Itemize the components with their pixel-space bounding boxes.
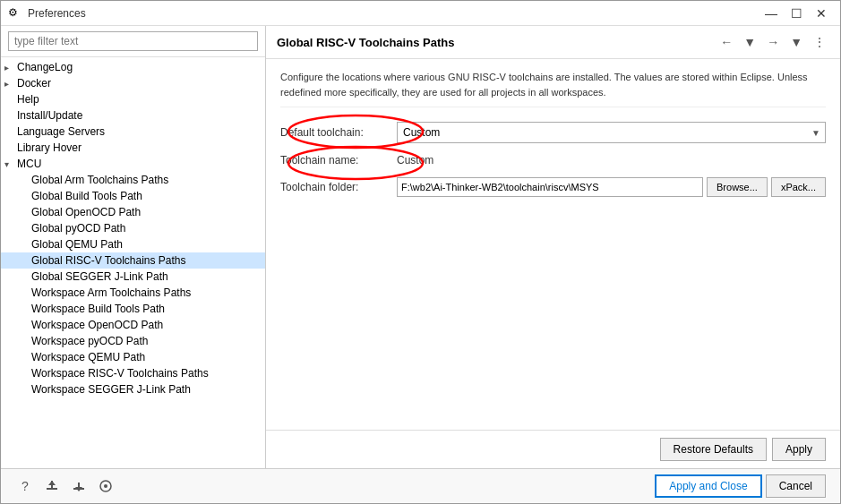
default-toolchain-select[interactable]: Custom Default xPack [397,122,826,143]
tree-item-label: Workspace Arm Toolchains Paths [31,286,262,299]
tree-item-global-arm[interactable]: Global Arm Toolchains Paths [1,172,265,188]
title-bar: ⚙ Preferences — ☐ ✕ [1,1,840,26]
close-button[interactable]: ✕ [810,4,833,22]
bottom-bar: ? [1,468,840,503]
tree-item-label: Workspace OpenOCD Path [31,319,262,331]
maximize-button[interactable]: ☐ [785,4,808,22]
tree-item-label: Install/Update [17,109,262,122]
tree-item-library-hover[interactable]: Library Hover [1,140,265,156]
right-actions: Restore Defaults Apply [266,430,840,468]
apply-button[interactable]: Apply [772,438,826,461]
tree-item-global-riscv[interactable]: Global RISC-V Toolchains Paths [1,252,265,269]
dropdown-button[interactable]: ▼ [740,33,759,51]
tree-item-label: MCU [17,158,262,170]
tree-item-label: Global QEMU Path [31,238,262,251]
toolchain-name-row: Toolchain name: Custom [280,152,826,168]
tree-item-label: Workspace Build Tools Path [31,303,262,315]
tree-item-workspace-openocd[interactable]: Workspace OpenOCD Path [1,317,265,333]
tree-item-label: Workspace RISC-V Toolchains Paths [31,367,262,380]
default-toolchain-select-wrapper: Custom Default xPack ▼ [397,122,826,143]
tree-item-label: Library Hover [17,141,262,154]
left-panel: ▸ChangeLog▸DockerHelpInstall/UpdateLangu… [1,26,266,468]
toolchain-folder-control: Browse... xPack... [397,177,826,197]
app-icon: ⚙ [8,6,22,21]
import-icon-button[interactable] [69,476,89,496]
tree-item-workspace-qemu[interactable]: Workspace QEMU Path [1,349,265,365]
tree-item-global-openocd[interactable]: Global OpenOCD Path [1,204,265,220]
nav-controls: ← ▼ → ▼ ⋮ [717,33,829,51]
toolchain-name-label: Toolchain name: [280,154,397,167]
tree-item-label: Global Build Tools Path [31,190,262,202]
back-button[interactable]: ← [717,33,736,51]
tree-item-label: Global pyOCD Path [31,222,262,235]
bottom-right: Apply and Close Cancel [655,474,826,498]
default-toolchain-label: Default toolchain: [280,126,397,139]
apply-and-close-button[interactable]: Apply and Close [655,474,761,498]
main-area: ▸ChangeLog▸DockerHelpInstall/UpdateLangu… [1,26,840,468]
tree-item-language-servers[interactable]: Language Servers [1,124,265,140]
right-panel-header: Global RISC-V Toolchains Paths ← ▼ → ▼ ⋮ [266,26,840,59]
window-controls: — ☐ ✕ [759,4,833,22]
tree-item-global-pyocd[interactable]: Global pyOCD Path [1,220,265,236]
tree-item-mcu[interactable]: ▾MCU [1,156,265,172]
search-input[interactable] [8,31,258,51]
toolchain-folder-row: Toolchain folder: Browse... xPack... [280,177,826,197]
expand-icon: ▸ [4,79,17,89]
tree-item-label: Help [17,93,262,106]
forward-button[interactable]: → [763,33,783,51]
default-toolchain-control: Custom Default xPack ▼ [397,122,826,143]
tree-item-label: Workspace SEGGER J-Link Path [31,383,262,396]
tree-item-help[interactable]: Help [1,91,265,107]
right-wrapper: Global RISC-V Toolchains Paths ← ▼ → ▼ ⋮… [266,26,840,468]
tree-item-workspace-build-tools[interactable]: Workspace Build Tools Path [1,301,265,317]
dropdown-button-2[interactable]: ▼ [786,33,806,51]
toolchain-folder-label: Toolchain folder: [280,181,397,193]
tree-item-workspace-arm[interactable]: Workspace Arm Toolchains Paths [1,285,265,301]
tree-item-label: Workspace QEMU Path [31,351,262,363]
more-button[interactable]: ⋮ [810,33,829,51]
expand-icon: ▸ [4,63,17,73]
tree-item-label: Global SEGGER J-Link Path [31,270,262,283]
tree: ▸ChangeLog▸DockerHelpInstall/UpdateLangu… [1,57,265,468]
export-icon-button[interactable] [42,476,62,496]
tree-item-global-segger[interactable]: Global SEGGER J-Link Path [1,269,265,285]
tree-item-docker[interactable]: ▸Docker [1,75,265,91]
tree-item-workspace-segger[interactable]: Workspace SEGGER J-Link Path [1,381,265,397]
search-box [1,26,265,57]
help-icon-button[interactable]: ? [15,476,35,496]
tree-item-label: Global RISC-V Toolchains Paths [31,254,262,267]
tree-item-label: Global OpenOCD Path [31,206,262,218]
browse-button[interactable]: Browse... [707,177,768,197]
default-toolchain-row: Default toolchain: Custom Default xPack … [280,122,826,143]
tree-item-label: Docker [17,77,262,90]
tree-item-workspace-pyocd[interactable]: Workspace pyOCD Path [1,333,265,349]
xpack-button[interactable]: xPack... [771,177,826,197]
tree-item-global-build-tools[interactable]: Global Build Tools Path [1,188,265,204]
tree-item-install-update[interactable]: Install/Update [1,107,265,124]
preferences-window: ⚙ Preferences — ☐ ✕ ▸ChangeLog▸DockerHel… [0,0,841,504]
bottom-left: ? [15,476,116,496]
tree-item-label: Language Servers [17,125,262,138]
toolchain-folder-input[interactable] [397,177,703,197]
tree-item-changelog[interactable]: ▸ChangeLog [1,59,265,75]
tree-item-label: Workspace pyOCD Path [31,335,262,347]
right-panel: Global RISC-V Toolchains Paths ← ▼ → ▼ ⋮… [266,26,840,468]
svg-marker-4 [48,481,56,485]
preferences-icon-button[interactable] [96,476,116,496]
minimize-button[interactable]: — [759,4,783,22]
toolchain-name-value: Custom [397,152,433,168]
svg-point-9 [104,484,107,488]
tree-item-label: ChangeLog [17,61,262,73]
expand-icon: ▾ [4,159,17,169]
window-title: Preferences [28,7,759,20]
tree-item-workspace-riscv[interactable]: Workspace RISC-V Toolchains Paths [1,365,265,381]
toolchain-name-control: Custom [397,152,826,168]
svg-rect-2 [47,488,57,490]
tree-item-global-qemu[interactable]: Global QEMU Path [1,236,265,252]
right-content: Configure the locations where various GN… [266,59,840,430]
restore-defaults-button[interactable]: Restore Defaults [660,438,767,461]
description-text: Configure the locations where various GN… [280,70,826,107]
tree-item-label: Global Arm Toolchains Paths [31,174,262,186]
page-title: Global RISC-V Toolchains Paths [277,36,717,49]
cancel-button[interactable]: Cancel [766,474,826,498]
